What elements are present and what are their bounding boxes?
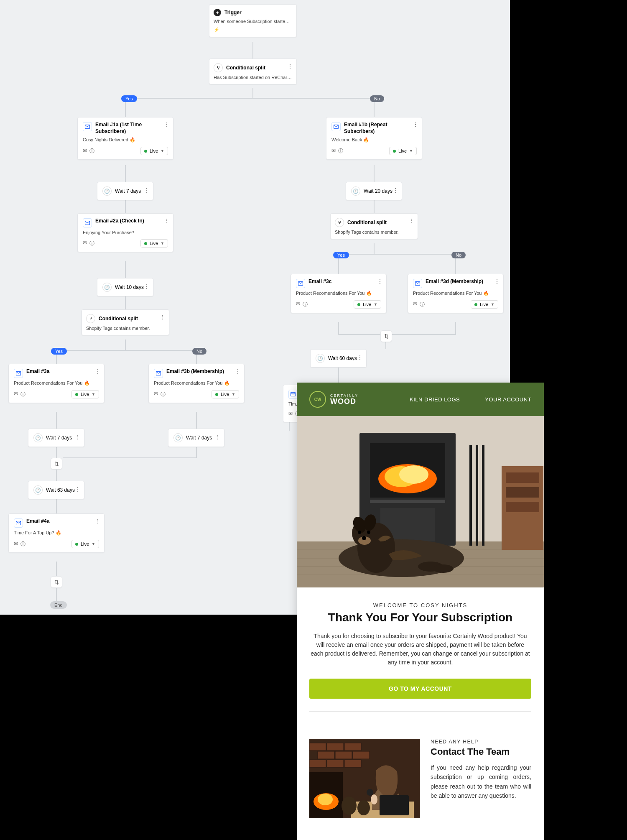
more-icon[interactable]: ⋮ [494,278,500,284]
email-body: WELCOME TO COSY NIGHTS Thank You For You… [297,587,544,739]
status-pill[interactable]: Live▼ [212,390,239,398]
nav-kiln-dried-logs[interactable]: KILN DRIED LOGS [410,396,460,403]
logo-bottom: WOOD [330,398,358,405]
svg-rect-51 [506,502,539,512]
chevron-down-icon: ▼ [491,302,494,306]
svg-rect-54 [482,445,484,546]
more-icon[interactable]: ⋮ [160,314,166,320]
wait-node-63[interactable]: 🕐 Wait 63 days ⋮ [28,481,84,499]
yes-pill: Yes [121,95,137,102]
email-node-3c[interactable]: Email #3c ⋮ Product Recomendations For Y… [291,274,387,313]
nav-your-account[interactable]: YOUR ACCOUNT [485,396,531,403]
channel-icons: ✉ⓘ [296,301,308,308]
wait-node-60[interactable]: 🕐 Wait 60 days ⋮ [310,349,367,368]
more-icon[interactable]: ⋮ [95,368,101,374]
channel-icons: ✉ⓘ [83,240,94,247]
more-icon[interactable]: ⋮ [357,355,363,360]
status-pill[interactable]: Live▼ [140,147,168,155]
more-icon[interactable]: ⋮ [75,434,81,440]
more-icon[interactable]: ⋮ [95,518,101,524]
svg-point-61 [358,531,361,534]
status-pill[interactable]: Live▼ [354,300,381,309]
cond-title: Conditional split [99,316,138,322]
email-title: Email #1b (Repeat Subscribers) [344,122,417,135]
wait-label: Wait 7 days [186,435,212,441]
envelope-icon [288,390,298,399]
channel-icons: ✉ⓘ [413,301,425,308]
trigger-node[interactable]: ✦ Trigger When someone Subscription star… [209,4,297,37]
hero-image [297,416,544,587]
more-icon[interactable]: ⋮ [408,218,414,224]
more-icon[interactable]: ⋮ [287,63,293,69]
channel-icons: ✉ⓘ [14,541,25,548]
headline: Thank You For Your Subscription [309,611,531,624]
lightning-icon: ✦ [214,9,221,16]
conditional-split-2[interactable]: ⑂ Conditional split ⋮ Shopify Tags conta… [82,309,169,335]
status-pill[interactable]: Live▼ [71,390,99,398]
clock-icon: 🕐 [351,186,360,196]
status-pill[interactable]: Live▼ [140,239,168,248]
status-pill[interactable]: Live▼ [471,300,498,309]
conditional-split-1[interactable]: ⑂ Conditional split ⋮ Has Subscription s… [209,59,297,84]
envelope-icon [83,218,92,227]
wait-label: Wait 63 days [46,487,75,493]
welcome-eyebrow: WELCOME TO COSY NIGHTS [309,602,531,608]
go-to-account-button[interactable]: GO TO MY ACCOUNT [309,679,531,699]
chevron-down-icon: ▼ [409,149,413,153]
wait-node-10[interactable]: 🕐 Wait 10 days ⋮ [97,278,153,296]
svg-point-85 [367,789,373,796]
svg-point-65 [433,564,454,573]
more-icon[interactable]: ⋮ [393,187,398,193]
email-node-1a[interactable]: Email #1a (1st Time Subscribers) ⋮ Cosy … [77,117,173,160]
svg-rect-73 [309,760,326,767]
wait-label: Wait 7 days [115,188,141,194]
more-icon[interactable]: ⋮ [413,122,418,128]
wait-label: Wait 60 days [328,355,357,361]
help-section: NEED ANY HELP Contact The Team If you ne… [297,739,544,831]
email-node-4a[interactable]: Email #4a ⋮ Time For A Top Up? 🔥 ✉ⓘ Live… [8,513,104,553]
branch-icon: ⑂ [335,218,344,227]
email-node-3a[interactable]: Email #3a ⋮ Product Recomendations For Y… [8,364,104,403]
svg-rect-49 [506,472,539,483]
email-title: Email #4a [26,518,49,525]
email-node-2a[interactable]: Email #2a (Check In) ⋮ Enjoying Your Pur… [77,213,173,252]
email-node-1b[interactable]: Email #1b (Repeat Subscribers) ⋮ Welcome… [326,117,422,160]
email-node-3d[interactable]: Email #3d (Membership) ⋮ Product Recomen… [408,274,504,313]
more-icon[interactable]: ⋮ [144,187,150,193]
email-header: CW CERTAINLY WOOD KILN DRIED LOGS YOUR A… [297,383,544,416]
more-icon[interactable]: ⋮ [144,283,150,289]
email-node-3b[interactable]: Email #3b (Membership) ⋮ Product Recomen… [148,364,245,403]
status-pill[interactable]: Live▼ [71,540,99,548]
svg-rect-75 [344,760,361,767]
wait-node-7a[interactable]: 🕐 Wait 7 days ⋮ [28,429,84,447]
chevron-down-icon: ▼ [232,392,235,396]
wait-label: Wait 7 days [46,435,72,441]
more-icon[interactable]: ⋮ [235,368,241,374]
channel-icons: ✉ⓘ [14,391,25,398]
email-title: Email #3c [308,278,331,285]
cond-desc: Shopify Tags contains member. [335,230,413,235]
more-icon[interactable]: ⋮ [75,486,81,492]
email-title: Email #3a [26,368,49,375]
wait-node-7-left[interactable]: 🕐 Wait 7 days ⋮ [97,182,153,200]
channel-icons: ✉ⓘ [83,148,94,155]
svg-rect-83 [380,795,409,815]
conditional-split-3[interactable]: ⑂ Conditional split ⋮ Shopify Tags conta… [330,213,418,239]
chevron-down-icon: ▼ [92,392,95,396]
more-icon[interactable]: ⋮ [215,434,221,440]
email-subject: Product Recomendations For You 🔥 [296,291,381,296]
email-subject: Welcome Back 🔥 [331,137,417,143]
more-icon[interactable]: ⋮ [164,218,170,224]
email-subject: Enjoying Your Purchase? [83,230,168,235]
more-icon[interactable]: ⋮ [377,278,383,284]
email-subject: Cosy Nights Delivered 🔥 [83,137,168,143]
logo-icon: CW [309,391,326,408]
trigger-title: Trigger [224,10,242,15]
more-icon[interactable]: ⋮ [164,122,170,128]
wait-node-20[interactable]: 🕐 Wait 20 days ⋮ [346,182,402,200]
wait-node-7b[interactable]: 🕐 Wait 7 days ⋮ [168,429,224,447]
svg-rect-50 [506,487,539,498]
status-pill[interactable]: Live▼ [389,147,417,155]
clock-icon: 🕐 [33,433,43,442]
clock-icon: 🕐 [102,186,112,196]
